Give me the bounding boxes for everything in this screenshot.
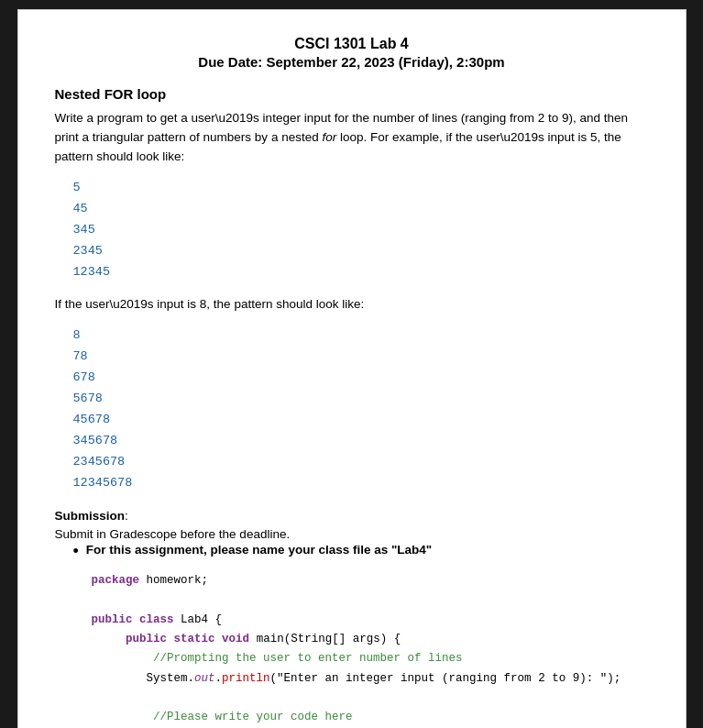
pattern2-line4: 5678 [73, 389, 649, 410]
code-line3: public class Lab4 { [92, 611, 649, 630]
bullet-text: For this assignment, please name your cl… [86, 541, 432, 559]
code-line6: System.out.println("Enter an integer inp… [92, 669, 649, 689]
code-out: out [194, 672, 215, 685]
bullet-dot: • [73, 541, 79, 562]
kw-package: package [92, 574, 140, 587]
description-text: Write a program to get a user\u2019s int… [55, 109, 649, 167]
comment2: //Please write your code here [153, 711, 353, 723]
code-homework: homework; [147, 574, 209, 587]
code-line7 [92, 689, 649, 708]
code-println: println [222, 672, 270, 685]
due-date: Due Date: September 22, 2023 (Friday), 2… [55, 54, 649, 70]
code-line5: //Prompting the user to enter number of … [92, 649, 649, 668]
desc-italic: for [322, 130, 336, 144]
kw-public1: public [92, 613, 133, 626]
kw-class: class [139, 613, 174, 626]
pattern2-line8: 12345678 [73, 473, 649, 494]
pattern1-line1: 5 [73, 178, 649, 199]
pattern2-line6: 345678 [73, 431, 649, 452]
pattern2-line2: 78 [73, 347, 649, 368]
code-line2 [92, 591, 649, 611]
submit-text: Submit in Gradescope before the deadline… [55, 527, 649, 541]
pattern1: 5 45 345 2345 12345 [73, 178, 649, 283]
pattern1-line5: 12345 [73, 262, 649, 283]
page-container: CSCI 1301 Lab 4 Due Date: September 22, … [17, 9, 687, 728]
kw-public2: public [126, 633, 167, 645]
section-heading: Nested FOR loop [55, 86, 649, 102]
code-block: package homework; public class Lab4 { pu… [92, 571, 649, 728]
kw-void: void [222, 633, 249, 645]
title-block: CSCI 1301 Lab 4 Due Date: September 22, … [55, 36, 649, 70]
pattern1-line3: 345 [73, 220, 649, 241]
comment1: //Prompting the user to enter number of … [153, 652, 463, 665]
bullet-item: • For this assignment, please name your … [73, 541, 649, 562]
desc2: If the user\u2019s input is 8, the patte… [55, 297, 365, 311]
code-line1: package homework; [92, 571, 649, 590]
pattern1-line4: 2345 [73, 241, 649, 262]
pattern2-line7: 2345678 [73, 452, 649, 473]
kw-static: static [174, 633, 215, 645]
pattern1-line2: 45 [73, 199, 649, 220]
pattern2-line1: 8 [73, 325, 649, 347]
description2-text: If the user\u2019s input is 8, the patte… [55, 295, 649, 314]
pattern2: 8 78 678 5678 45678 345678 2345678 12345… [73, 325, 649, 494]
code-line4: public static void main(String[] args) { [92, 630, 649, 649]
submission-heading: Submission [55, 509, 126, 523]
code-line8: //Please write your code here [92, 708, 649, 727]
main-title: CSCI 1301 Lab 4 [55, 36, 649, 52]
submission-section: Submission: Submit in Gradescope before … [55, 509, 649, 728]
submission-label: Submission: [55, 509, 649, 523]
pattern2-line5: 45678 [73, 410, 649, 431]
pattern2-line3: 678 [73, 368, 649, 389]
